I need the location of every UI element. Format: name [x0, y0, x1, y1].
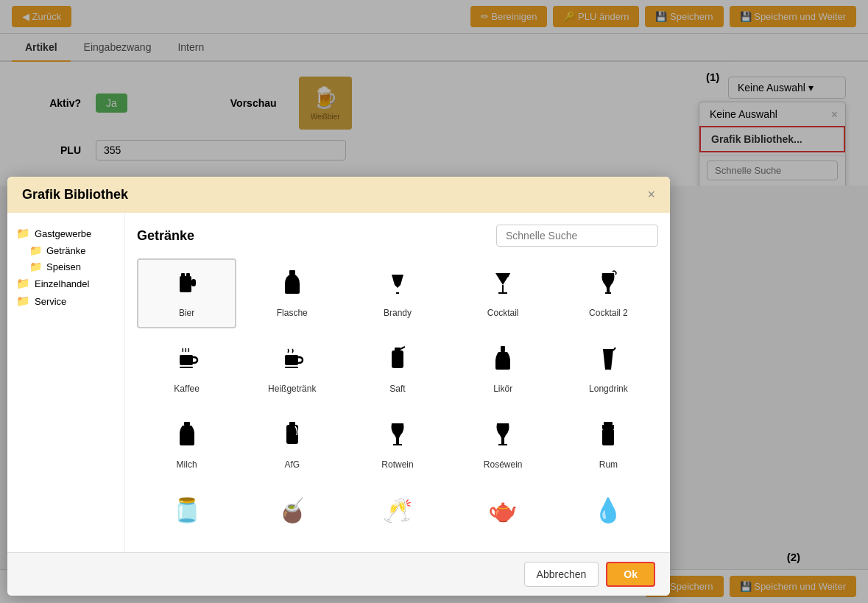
modal-header: Grafik Bibliothek ×: [7, 177, 670, 186]
overlay: Grafik Bibliothek × 📁 Gastgewerbe 📁 Getr…: [0, 0, 868, 186]
modal-grafik-bibliothek: Grafik Bibliothek × 📁 Gastgewerbe 📁 Getr…: [7, 177, 670, 186]
